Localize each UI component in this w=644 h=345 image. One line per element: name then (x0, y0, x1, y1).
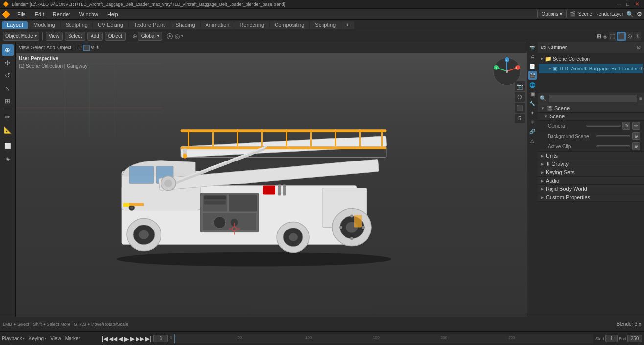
menu-file[interactable]: File (13, 10, 30, 18)
scene-subsection-header[interactable]: ▼ Scene (538, 113, 644, 121)
overlay-icon[interactable]: ⊞ (597, 33, 601, 40)
tab-layout[interactable]: Layout (2, 21, 28, 29)
view-menu-tl[interactable]: View (50, 336, 61, 341)
rendered-mode-icon[interactable]: ☀ (634, 32, 641, 41)
wireframe-mode-icon[interactable]: ⬚ (609, 32, 616, 41)
add-menu-btn[interactable]: Add (46, 45, 55, 50)
camera-browse-icon[interactable]: ⊕ (622, 122, 630, 130)
xray-icon[interactable]: ◈ (603, 33, 607, 40)
view-btn[interactable]: View (46, 32, 63, 41)
bg-scene-value[interactable] (596, 135, 630, 137)
render-props-icon[interactable]: 📷 (528, 43, 537, 52)
vp-render-icon[interactable]: ☀ (95, 45, 100, 51)
keying-sets-section-header[interactable]: ▶ Keying Sets (538, 168, 644, 177)
marker-menu[interactable]: Marker (65, 336, 80, 341)
scene-selector[interactable]: Scene (578, 11, 592, 17)
proportional-edit-icon[interactable]: ◎ (175, 33, 180, 40)
units-section-header[interactable]: ▶ Units (538, 152, 644, 160)
tab-add[interactable]: + (341, 21, 354, 29)
transform-tool-btn[interactable]: ⊞ (2, 95, 14, 107)
step-fwd-icon[interactable]: ▶ (130, 335, 135, 342)
output-props-icon[interactable]: 🖨 (528, 52, 537, 61)
global-dropdown[interactable]: Global ▾ (138, 32, 162, 41)
object-menu-btn[interactable]: Object (57, 45, 71, 50)
timeline-track[interactable]: 0 50 100 150 200 250 (170, 334, 593, 343)
particles-props-icon[interactable]: ✦ (528, 108, 537, 117)
snap-dropdown-icon[interactable]: ▾ (181, 34, 183, 38)
select-btn[interactable]: Select (65, 32, 85, 41)
outliner-filter-icon[interactable]: ⚙ (636, 45, 641, 51)
world-props-icon[interactable]: 🌐 (528, 80, 537, 89)
perspective-icon[interactable]: ⬡ (515, 92, 525, 102)
menu-edit[interactable]: Edit (31, 10, 48, 18)
options-btn[interactable]: Options ▾ (537, 10, 567, 18)
tab-texture-paint[interactable]: Texture Paint (129, 21, 170, 29)
vp-solid-icon[interactable]: ⬛ (83, 45, 90, 51)
jump-next-icon[interactable]: ▶▶ (136, 335, 144, 342)
camera-prop-value[interactable] (586, 125, 621, 127)
scale-tool-btn[interactable]: ⤡ (2, 82, 14, 94)
solid-mode-icon[interactable]: ⬛ (617, 32, 626, 41)
vp-wireframe-icon[interactable]: ⬚ (77, 45, 82, 51)
data-props-icon[interactable]: △ (528, 136, 537, 145)
select-menu-btn[interactable]: Select (31, 45, 45, 50)
end-frame-input[interactable]: 250 (627, 335, 642, 342)
cursor-tool-btn[interactable]: ⊕ (2, 44, 14, 56)
active-clip-browse-icon[interactable]: ⊕ (632, 142, 640, 150)
scene-props-icon[interactable]: 🎬 (528, 71, 537, 80)
keying-menu[interactable]: Keying (29, 336, 44, 341)
rotate-tool-btn[interactable]: ↺ (2, 69, 14, 81)
start-frame-input[interactable]: 1 (605, 335, 618, 342)
material-mode-icon[interactable]: ⊙ (626, 32, 633, 41)
current-frame-display[interactable]: 3 (153, 335, 168, 342)
snap-magnet-icon[interactable]: ⦿ (166, 32, 173, 40)
menu-window[interactable]: Window (75, 10, 102, 18)
object-mode-dropdown[interactable]: Object Mode ▾ (3, 32, 39, 41)
custom-properties-section-header[interactable]: ▶ Custom Properties (538, 193, 644, 202)
visibility-icon[interactable]: 👁 (639, 66, 644, 71)
tab-animation[interactable]: Animation (201, 21, 234, 29)
add-object-btn[interactable]: ◈ (2, 153, 14, 164)
move-tool-btn[interactable]: ✣ (2, 57, 14, 69)
measure-tool-btn[interactable]: 📐 (2, 124, 14, 136)
tab-compositing[interactable]: Compositing (270, 21, 309, 29)
jump-prev-icon[interactable]: ◀◀ (109, 335, 117, 342)
tab-shading[interactable]: Shading (170, 21, 200, 29)
add-cube-btn[interactable]: ⬜ (2, 140, 14, 152)
object-props-icon[interactable]: ▣ (528, 90, 537, 98)
tab-scripting[interactable]: Scripting (310, 21, 341, 29)
vp-material-icon[interactable]: ⊙ (91, 45, 94, 51)
view-menu-btn[interactable]: View (19, 45, 29, 50)
close-btn[interactable]: ✕ (633, 1, 641, 7)
tab-rendering[interactable]: Rendering (234, 21, 269, 29)
physics-props-icon[interactable]: ⚛ (528, 117, 537, 126)
audio-section-header[interactable]: ▶ Audio (538, 177, 644, 185)
step-back-icon[interactable]: ◀ (118, 335, 123, 342)
tab-sculpting[interactable]: Sculpting (61, 21, 92, 29)
active-clip-value[interactable] (596, 145, 630, 147)
filters-icon[interactable]: ⚙ (637, 11, 642, 18)
scene-section-header[interactable]: ▼ 🎬 Scene (538, 104, 644, 113)
maximize-btn[interactable]: □ (624, 1, 631, 7)
camera-view-icon[interactable]: 📷 (515, 81, 525, 91)
viewport[interactable]: View Select Add Object ⬚ ⬛ ⊙ ☀ (16, 42, 527, 317)
menu-help[interactable]: Help (103, 10, 122, 18)
modifier-props-icon[interactable]: 🔧 (528, 99, 537, 108)
bg-scene-browse-icon[interactable]: ⊕ (632, 132, 640, 140)
tld-item[interactable]: ▶ ▣ TLD_Aircraft_Baggage_Belt_Loader 👁 📷 (539, 64, 643, 73)
play-icon[interactable]: ▶ (124, 335, 129, 343)
search-icon[interactable]: 🔍 (626, 11, 634, 18)
object-btn[interactable]: Object (105, 32, 126, 41)
menu-render[interactable]: Render (49, 10, 74, 18)
local-view-icon[interactable]: ⬛ (515, 103, 525, 113)
properties-search-input[interactable] (549, 95, 637, 102)
add-btn[interactable]: Add (87, 32, 103, 41)
rigid-body-section-header[interactable]: ▶ Rigid Body World (538, 185, 644, 193)
props-options-icon[interactable]: ≡ (639, 96, 642, 101)
jump-end-icon[interactable]: ▶| (145, 335, 151, 342)
playback-menu[interactable]: Playback (2, 336, 22, 341)
scene-collection-item[interactable]: ▶ 📁 Scene Collection (539, 54, 643, 64)
tab-uv-editing[interactable]: UV Editing (93, 21, 128, 29)
annotate-tool-btn[interactable]: ✏ (2, 111, 14, 123)
minimize-btn[interactable]: ─ (615, 1, 622, 7)
